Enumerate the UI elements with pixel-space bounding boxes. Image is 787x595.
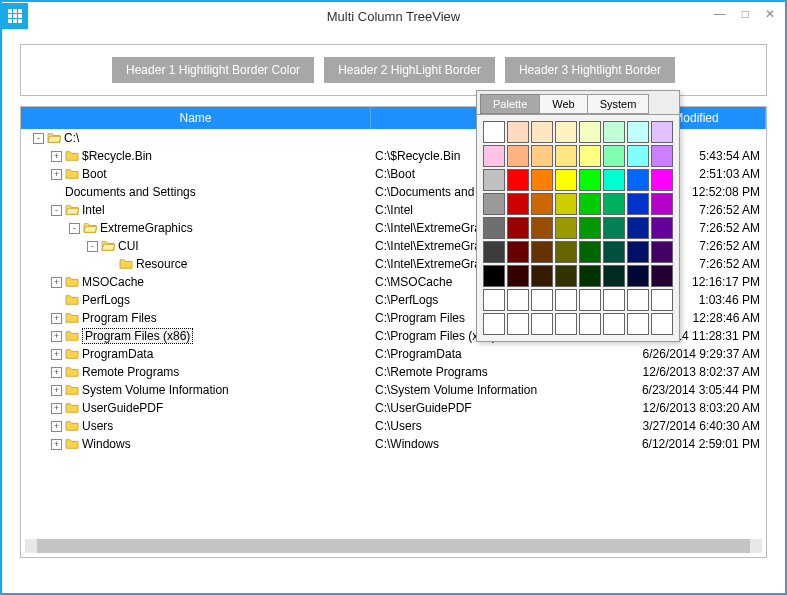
expander-icon[interactable]: -	[69, 223, 80, 234]
color-swatch[interactable]	[579, 313, 601, 335]
color-swatch[interactable]	[627, 121, 649, 143]
color-swatch[interactable]	[507, 145, 529, 167]
tree-row[interactable]: + WindowsC:\Windows6/12/2014 2:59:01 PM	[21, 435, 766, 453]
expander-icon[interactable]: +	[51, 421, 62, 432]
color-swatch[interactable]	[507, 193, 529, 215]
color-swatch[interactable]	[507, 121, 529, 143]
color-swatch[interactable]	[483, 241, 505, 263]
horizontal-scrollbar[interactable]	[25, 539, 762, 553]
color-swatch[interactable]	[555, 145, 577, 167]
color-swatch[interactable]	[603, 265, 625, 287]
expander-icon[interactable]: -	[87, 241, 98, 252]
expander-icon[interactable]: +	[51, 151, 62, 162]
color-swatch[interactable]	[627, 217, 649, 239]
color-swatch[interactable]	[603, 289, 625, 311]
color-swatch[interactable]	[651, 145, 673, 167]
color-swatch[interactable]	[531, 289, 553, 311]
color-swatch[interactable]	[651, 241, 673, 263]
color-swatch[interactable]	[579, 241, 601, 263]
color-swatch[interactable]	[507, 217, 529, 239]
color-swatch[interactable]	[627, 289, 649, 311]
color-swatch[interactable]	[651, 265, 673, 287]
minimize-button[interactable]: —	[710, 6, 730, 22]
color-swatch[interactable]	[483, 289, 505, 311]
tree-row[interactable]: + ProgramDataC:\ProgramData6/26/2014 9:2…	[21, 345, 766, 363]
color-swatch[interactable]	[651, 193, 673, 215]
color-swatch[interactable]	[531, 145, 553, 167]
color-swatch[interactable]	[555, 289, 577, 311]
color-swatch[interactable]	[579, 265, 601, 287]
tree-row[interactable]: + UserGuidePDFC:\UserGuidePDF12/6/2013 8…	[21, 399, 766, 417]
color-swatch[interactable]	[579, 217, 601, 239]
color-swatch[interactable]	[603, 145, 625, 167]
color-swatch[interactable]	[651, 169, 673, 191]
color-swatch[interactable]	[555, 313, 577, 335]
expander-icon[interactable]: +	[51, 169, 62, 180]
color-swatch[interactable]	[603, 193, 625, 215]
color-swatch[interactable]	[531, 217, 553, 239]
scrollbar-thumb[interactable]	[37, 539, 750, 553]
color-swatch[interactable]	[651, 121, 673, 143]
expander-icon[interactable]: +	[51, 349, 62, 360]
expander-icon[interactable]: -	[51, 205, 62, 216]
color-swatch[interactable]	[531, 193, 553, 215]
tab-web[interactable]: Web	[539, 94, 587, 114]
expander-icon[interactable]: +	[51, 331, 62, 342]
color-swatch[interactable]	[555, 121, 577, 143]
header2-highlight-button[interactable]: Header 2 HighLight Border	[324, 57, 495, 83]
expander-icon[interactable]: +	[51, 313, 62, 324]
color-swatch[interactable]	[555, 193, 577, 215]
expander-icon[interactable]: +	[51, 385, 62, 396]
color-swatch[interactable]	[579, 193, 601, 215]
tree-row[interactable]: + System Volume InformationC:\System Vol…	[21, 381, 766, 399]
color-swatch[interactable]	[627, 265, 649, 287]
color-swatch[interactable]	[603, 241, 625, 263]
color-swatch[interactable]	[603, 313, 625, 335]
tab-palette[interactable]: Palette	[480, 94, 540, 114]
color-swatch[interactable]	[555, 217, 577, 239]
color-swatch[interactable]	[579, 145, 601, 167]
color-swatch[interactable]	[507, 313, 529, 335]
expander-icon[interactable]: +	[51, 367, 62, 378]
color-swatch[interactable]	[555, 265, 577, 287]
color-swatch[interactable]	[507, 241, 529, 263]
tree-row[interactable]: + UsersC:\Users3/27/2014 6:40:30 AM	[21, 417, 766, 435]
color-swatch[interactable]	[627, 241, 649, 263]
color-swatch[interactable]	[483, 265, 505, 287]
tab-system[interactable]: System	[587, 94, 650, 114]
color-swatch[interactable]	[531, 313, 553, 335]
color-swatch[interactable]	[651, 313, 673, 335]
color-swatch[interactable]	[627, 313, 649, 335]
expander-icon[interactable]: +	[51, 277, 62, 288]
color-swatch[interactable]	[483, 193, 505, 215]
expander-icon[interactable]: +	[51, 439, 62, 450]
color-swatch[interactable]	[555, 241, 577, 263]
color-swatch[interactable]	[483, 145, 505, 167]
color-swatch[interactable]	[531, 121, 553, 143]
color-swatch[interactable]	[507, 169, 529, 191]
color-swatch[interactable]	[579, 289, 601, 311]
color-swatch[interactable]	[603, 217, 625, 239]
color-swatch[interactable]	[483, 217, 505, 239]
color-swatch[interactable]	[483, 169, 505, 191]
color-swatch[interactable]	[579, 169, 601, 191]
color-swatch[interactable]	[627, 145, 649, 167]
column-header-name[interactable]: Name	[21, 107, 371, 129]
expander-icon[interactable]: +	[51, 403, 62, 414]
header1-highlight-button[interactable]: Header 1 Hightlight Border Color	[112, 57, 314, 83]
color-swatch[interactable]	[531, 241, 553, 263]
color-swatch[interactable]	[531, 169, 553, 191]
tree-row[interactable]: + Remote ProgramsC:\Remote Programs12/6/…	[21, 363, 766, 381]
color-swatch[interactable]	[651, 217, 673, 239]
color-swatch[interactable]	[531, 265, 553, 287]
color-swatch[interactable]	[579, 121, 601, 143]
maximize-button[interactable]: □	[738, 6, 753, 22]
header3-highlight-button[interactable]: Header 3 Hightlight Border	[505, 57, 675, 83]
color-swatch[interactable]	[483, 313, 505, 335]
color-swatch[interactable]	[627, 193, 649, 215]
color-swatch[interactable]	[483, 121, 505, 143]
color-swatch[interactable]	[603, 121, 625, 143]
color-swatch[interactable]	[651, 289, 673, 311]
color-swatch[interactable]	[507, 289, 529, 311]
color-swatch[interactable]	[603, 169, 625, 191]
